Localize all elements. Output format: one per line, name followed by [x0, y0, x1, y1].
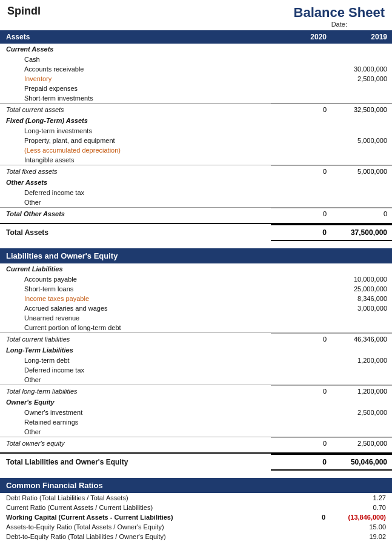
- list-item: Retained earnings: [0, 417, 392, 427]
- total-current-liabilities: Total current liabilities 0 46,346,000: [0, 332, 392, 345]
- ratios-title: Common Financial Ratios: [0, 478, 392, 493]
- total-longterm-liabilities: Total long-term liabilities 0 1,200,000: [0, 385, 392, 397]
- ratio-row: Current Ratio (Current Assets / Current …: [0, 503, 392, 512]
- list-item: Property, plant, and equipment 5,000,000: [0, 136, 392, 145]
- current-liabilities-label: Current Liabilities: [0, 263, 392, 274]
- list-item: Prepaid expenses: [0, 84, 392, 93]
- total-equity: Total owner's equity 0 2,500,000: [0, 437, 392, 449]
- ratio-row: Assets-to-Equity Ratio (Total Assets / O…: [0, 522, 392, 532]
- list-item: Accounts payable 10,000,000: [0, 274, 392, 284]
- liabilities-title: Liabilities and Owner's Equity: [0, 248, 392, 263]
- liabilities-section: Liabilities and Owner's Equity Current L…: [0, 248, 392, 471]
- list-item: Unearned revenue: [0, 313, 392, 323]
- assets-header-row: Assets 2020 2019: [0, 30, 392, 44]
- col-header-2020: 2020: [271, 30, 331, 44]
- total-other-assets: Total Other Assets 0 0: [0, 207, 392, 219]
- assets-title: Assets: [0, 30, 271, 44]
- assets-section: Assets 2020 2019 Current Assets Cash Acc…: [0, 30, 392, 241]
- list-item: Accrued salaries and wages 3,000,000: [0, 303, 392, 313]
- ratios-section: Common Financial Ratios Debt Ratio (Tota…: [0, 478, 392, 541]
- list-item: Other: [0, 375, 392, 385]
- total-current-assets: Total current assets 0 32,500,000: [0, 103, 392, 115]
- list-item: Long-term debt 1,200,000: [0, 356, 392, 365]
- list-item: Intangible assets: [0, 155, 392, 165]
- list-item: Short-term loans 25,000,000: [0, 284, 392, 294]
- list-item: Cash: [0, 55, 392, 64]
- company-name: Spindl: [7, 5, 41, 18]
- list-item: Inventory 2,500,000: [0, 74, 392, 84]
- longterm-liabilities-label: Long-Term Liabilities: [0, 345, 392, 356]
- ratio-row: Debt Ratio (Total Liabilities / Total As…: [0, 493, 392, 503]
- list-item: Owner's investment 2,500,000: [0, 408, 392, 417]
- ratio-row: Debt-to-Equity Ratio (Total Liabilities …: [0, 532, 392, 541]
- list-item: Accounts receivable 30,000,000: [0, 64, 392, 74]
- col-header-2019: 2019: [331, 30, 392, 44]
- page-header: Spindl Balance Sheet Date:: [0, 0, 392, 30]
- equity-label: Owner's Equity: [0, 397, 392, 408]
- report-date: Date:: [294, 21, 385, 28]
- grand-total-assets: Total Assets 0 37,500,000: [0, 223, 392, 241]
- ratio-row: Working Capital (Current Assets - Curren…: [0, 512, 392, 522]
- other-assets-label: Other Assets: [0, 177, 392, 188]
- list-item: Other: [0, 197, 392, 207]
- fixed-assets-label: Fixed (Long-Term) Assets: [0, 115, 392, 126]
- grand-total-liabilities: Total Liabilities and Owner's Equity 0 5…: [0, 452, 392, 471]
- current-assets-label: Current Assets: [0, 44, 392, 55]
- report-title-block: Balance Sheet Date:: [294, 5, 385, 28]
- list-item: Other: [0, 427, 392, 437]
- total-fixed-assets: Total fixed assets 0 5,000,000: [0, 165, 392, 177]
- report-title: Balance Sheet: [294, 5, 385, 21]
- list-item: Deferred income tax: [0, 365, 392, 375]
- list-item: Income taxes payable 8,346,000: [0, 294, 392, 303]
- list-item: (Less accumulated depreciation): [0, 145, 392, 155]
- list-item: Deferred income tax: [0, 188, 392, 197]
- list-item: Long-term investments: [0, 126, 392, 136]
- list-item: Current portion of long-term debt: [0, 323, 392, 332]
- list-item: Short-term investments: [0, 93, 392, 103]
